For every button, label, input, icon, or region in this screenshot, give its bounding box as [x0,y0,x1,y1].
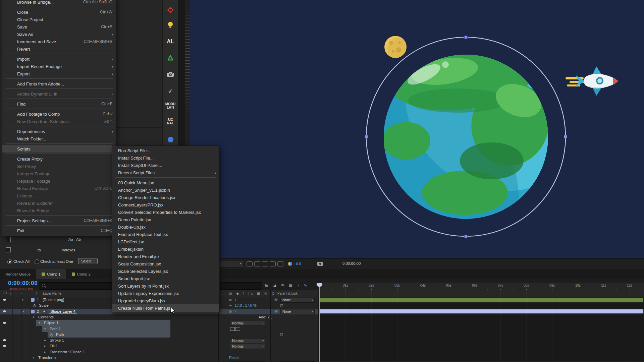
file-menu-item-browse-in-bridge[interactable]: Browse in Bridge...Ctrl+Alt+Shift+O [2,0,116,6]
timeline-layer-row[interactable]: ▸3Normal@None [0,361,644,362]
camera-icon[interactable] [163,72,178,78]
disclosure-triangle-icon[interactable]: ▾ [44,327,46,330]
path-direction-icon[interactable] [230,327,235,331]
moon-illustration[interactable] [384,36,410,60]
time-ruler[interactable]: 0s01s02s03s04s05s06s07s08s09s10s11s12s [319,283,644,291]
row-name-cell[interactable]: ▸Stroke 1Normal [0,338,319,344]
layer-switches[interactable]: ◍ / [229,310,237,313]
row-track-area[interactable] [319,326,644,332]
bulb-icon[interactable] [163,21,178,30]
blend-mode-select[interactable]: Normal [230,338,265,343]
expand-arrows-icon[interactable] [163,7,178,14]
modulation-button[interactable]: MODU LATI [163,103,178,109]
file-menu-item-reload-footage[interactable]: Reload FootageCtrl+Alt+L [2,185,116,192]
disclosure-triangle-icon[interactable]: ▸ [33,356,35,359]
draft-3d-icon[interactable]: ◪ [273,283,276,288]
timeline-property-row[interactable]: ▾Ellipse 1Normal [0,320,644,326]
row-track-area[interactable] [319,297,644,303]
scripts-menu-item-change-render-locations-jsx[interactable]: Change Render Locations.jsx [112,194,219,201]
layer-name-column-header[interactable]: Layer Name [43,292,61,295]
scripts-menu-item-smart-import-jsx[interactable]: Smart Import.jsx [112,275,219,282]
constrain-link-icon[interactable]: ∞ [229,303,232,307]
file-menu-item-export[interactable]: Export› [2,70,116,77]
row-track-area[interactable] [319,314,644,320]
row-track-area[interactable] [319,320,644,326]
hide-shy-layers-icon[interactable]: ≋ [281,283,284,288]
disclosure-triangle-icon[interactable]: ▸ [22,298,24,301]
signal-button[interactable]: SIG NAL [163,118,178,125]
scripts-menu-item-upgradelegacyblurs-jsx[interactable]: UpgradeLegacyBlurs.jsx [112,297,219,304]
scripts-menu-item-recent-script-files[interactable]: Recent Script Files› [112,169,219,176]
snapshot-icon[interactable] [317,262,323,266]
file-menu-item-new-comp-from-selection[interactable]: New Comp from Selection...Alt+\ [2,118,116,125]
parent-link-select[interactable]: None [280,309,315,314]
scripts-menu-item-demo-palette-jsx[interactable]: Demo Palette.jsx [112,216,219,223]
range-checkbox[interactable] [6,247,11,252]
timeline-property-row[interactable]: ▸Stroke 1Normal [0,338,644,343]
transparency-grid-icon[interactable] [270,261,276,266]
file-menu-item-import-recent-footage[interactable]: Import Recent Footage› [2,63,116,70]
motion-blur-icon[interactable]: ◔ [297,283,299,288]
tab-comp-1[interactable]: Comp 1 [36,269,66,279]
file-menu-item-import[interactable]: Import› [2,55,116,63]
row-name-cell[interactable]: ▸Transform : Ellipse 1 [0,349,319,355]
grid-guides-icon[interactable] [247,261,253,266]
row-name-cell[interactable]: ▸3Normal@None [0,361,319,362]
layer-label-chip[interactable] [31,298,35,302]
row-name-cell[interactable]: ▾Path 1 [0,326,319,332]
scripts-menu-item-sort-layers-by-in-point-jsx[interactable]: Sort Layers by In Point.jsx [112,282,219,290]
check-all-radio[interactable] [7,259,12,264]
pick-whip-icon[interactable]: @ [274,298,278,301]
file-menu-item-increment-and-save[interactable]: Increment and SaveCtrl+Alt+Shift+S [2,38,116,45]
add-button[interactable]: ▸ [268,315,272,319]
scripts-menu-item-convert-selected-properties-to-markers-jsx[interactable]: Convert Selected Properties to Markers.j… [112,208,219,216]
file-menu-item-create-proxy[interactable]: Create Proxy› [2,155,116,163]
reset-link[interactable]: Reset [229,356,239,360]
blend-mode-select[interactable]: Normal [230,321,265,326]
scripts-menu-item-install-script-file[interactable]: Install Script File... [112,154,219,162]
timeline-property-row[interactable]: ◷Path@ [0,332,644,338]
timeline-layer-row[interactable]: ▾2★Shape Layer 4◍ /@None [0,309,644,314]
timeline-property-row[interactable]: ▸Fill 1Normal [0,343,644,349]
region-of-interest-icon[interactable] [262,261,268,266]
select-button[interactable]: Select..! [78,258,98,264]
graph-editor-icon[interactable]: ∿ [304,283,307,288]
file-menu-item-project-settings[interactable]: Project Settings...Ctrl+Alt+Shift+K [2,217,116,224]
file-menu-item-adobe-dynamic-link[interactable]: Adobe Dynamic Link› [2,90,116,98]
row-track-area[interactable] [319,332,644,338]
composition-viewer[interactable] [190,0,644,258]
file-menu-item-reveal-in-explorer[interactable]: Reveal in Explorer [2,199,116,207]
row-name-cell[interactable]: ▸TransformReset [0,355,319,361]
scripts-menu-item-update-legacy-expressions-jsx[interactable]: Update Legacy Expressions.jsx [112,290,219,297]
check-one-radio[interactable] [35,259,39,264]
disclosure-triangle-icon[interactable]: ▸ [44,339,46,342]
scripts-menu-item-create-nulls-from-paths-jsx[interactable]: Create Nulls From Paths.jsx [112,304,219,312]
disclosure-triangle-icon[interactable]: ▾ [39,321,40,324]
file-menu-item-revert[interactable]: Revert [2,45,116,53]
stopwatch-icon[interactable]: ◷ [50,333,53,337]
composition-mini-flowchart-icon[interactable]: ⊞ [265,283,268,288]
pick-whip-icon[interactable]: @ [274,309,278,313]
file-menu-item-scripts[interactable]: Scripts› [2,145,116,153]
disclosure-triangle-icon[interactable]: ▾ [22,310,24,313]
rocket-illustration[interactable] [566,66,619,96]
composition-canvas[interactable] [190,0,644,258]
frame-blending-icon[interactable]: ▦ [288,283,292,288]
mask-path-visibility-icon[interactable] [254,261,260,266]
tab-render-queue[interactable]: Render Queue [0,269,36,279]
layer-duration-bar[interactable] [320,309,643,313]
timeline-property-row[interactable]: ▸Transform : Ellipse 1 [0,349,644,355]
al-button[interactable]: AL [163,39,178,45]
scripts-menu-item-find-and-replace-text-jsx[interactable]: Find and Replace Text.jsx [112,231,219,238]
scripts-menu-item-render-and-email-jsx[interactable]: Render and Email.jsx [112,253,219,260]
file-menu-item-find[interactable]: FindCtrl+F [2,100,116,108]
row-track-area[interactable] [319,343,644,349]
row-track-area[interactable] [319,309,644,315]
row-name-cell[interactable]: ▾Ellipse 1Normal [0,320,319,326]
path-direction-icon[interactable] [235,327,240,331]
row-track-area[interactable] [319,349,644,355]
magnification-select[interactable] [219,261,243,267]
scripts-menu-item-run-script-file[interactable]: Run Script File... [112,147,219,154]
earth-illustration[interactable] [304,0,606,258]
scripts-menu-item-scale-composition-jsx[interactable]: Scale Composition.jsx [112,260,219,267]
